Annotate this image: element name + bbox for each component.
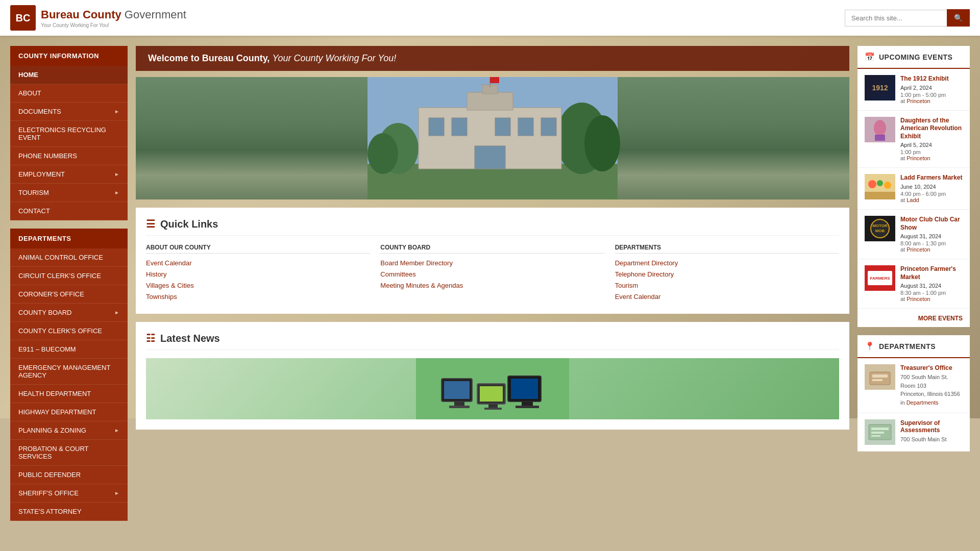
sidebar-item-coroner[interactable]: CORONER'S OFFICE bbox=[10, 285, 128, 304]
ql-col2-links: Board Member Directory Committees Meetin… bbox=[380, 259, 604, 289]
sidebar: COUNTY INFORMATION HOME ABOUT DOCUMENTS … bbox=[10, 46, 128, 521]
ql-link-history[interactable]: History bbox=[146, 270, 370, 278]
sidebar-item-county-board[interactable]: COUNTY BOARD ► bbox=[10, 304, 128, 322]
latest-news-icon: ☷ bbox=[146, 332, 155, 344]
departments-panel-header: 📍 DEPARTMENTS bbox=[857, 335, 970, 358]
svg-point-33 bbox=[874, 120, 886, 136]
dept-address-treasurer: 700 South Main St.Room 103Princeton, Ill… bbox=[900, 373, 963, 407]
event-thumb-farmers: FARMERS bbox=[865, 265, 895, 291]
ql-link-minutes[interactable]: Meeting Minutes & Agendas bbox=[380, 281, 604, 289]
event-time-motor: 8:00 am - 1:30 pm bbox=[900, 240, 963, 246]
search-input[interactable] bbox=[845, 10, 947, 27]
main-wrapper: COUNTY INFORMATION HOME ABOUT DOCUMENTS … bbox=[0, 36, 980, 531]
dept-info-treasurer: Treasurer's Office 700 South Main St.Roo… bbox=[900, 364, 963, 407]
ql-link-event-calendar[interactable]: Event Calendar bbox=[146, 259, 370, 267]
dept-name-treasurer[interactable]: Treasurer's Office bbox=[900, 364, 963, 371]
event-thumb-ladd bbox=[865, 174, 895, 199]
event-thumb-dar bbox=[865, 117, 895, 142]
event-thumb-motor: MOTORMOB bbox=[865, 216, 895, 241]
sidebar-item-county-clerk[interactable]: COUNTY CLERK'S OFFICE bbox=[10, 322, 128, 340]
pin-icon: 📍 bbox=[865, 341, 875, 351]
ql-link-event-calendar-dept[interactable]: Event Calendar bbox=[615, 292, 839, 300]
dept-nav: ANIMAL CONTROL OFFICE CIRCUIT CLERK'S OF… bbox=[10, 248, 128, 521]
event-name-ladd[interactable]: Ladd Farmers Market bbox=[900, 174, 963, 182]
event-name-farmers[interactable]: Princeton Farmer's Market bbox=[900, 265, 963, 281]
event-info-farmers: Princeton Farmer's Market August 31, 202… bbox=[900, 265, 963, 302]
ql-col-2: COUNTY BOARD Board Member Directory Comm… bbox=[380, 244, 604, 304]
sidebar-item-employment[interactable]: EMPLOYMENT ► bbox=[10, 165, 128, 184]
more-events-link[interactable]: MORE EVENTS bbox=[918, 315, 963, 322]
sidebar-item-tourism[interactable]: TOURISM ► bbox=[10, 184, 128, 202]
event-name-1912[interactable]: The 1912 Exhibit bbox=[900, 75, 963, 83]
sidebar-item-ema[interactable]: EMERGENCY MANAGEMENT AGENCY bbox=[10, 359, 128, 385]
dept-info-supervisor: Supervisor of Assessments 700 South Main… bbox=[900, 419, 963, 445]
dept-item-supervisor: Supervisor of Assessments 700 South Main… bbox=[857, 413, 970, 452]
ql-link-villages[interactable]: Villages & Cities bbox=[146, 281, 370, 289]
sidebar-item-probation[interactable]: PROBATION & COURT SERVICES bbox=[10, 440, 128, 466]
svg-rect-26 bbox=[488, 404, 498, 408]
svg-rect-13 bbox=[495, 118, 510, 136]
event-date-1912: April 2, 2024 bbox=[900, 85, 963, 91]
svg-point-36 bbox=[868, 180, 876, 188]
latest-news-title: ☷ Latest News bbox=[146, 332, 839, 350]
upcoming-events-body: 1912 The 1912 Exhibit April 2, 2024 1:00… bbox=[857, 69, 970, 327]
sidebar-item-contact[interactable]: CONTACT bbox=[10, 202, 128, 220]
sidebar-item-electronics[interactable]: ELECTRONICS RECYCLING EVENT bbox=[10, 121, 128, 147]
sidebar-item-public-defender[interactable]: PUBLIC DEFENDER bbox=[10, 466, 128, 484]
sidebar-item-states-attorney[interactable]: STATE'S ATTORNEY bbox=[10, 503, 128, 521]
quick-links-section: ☰ Quick Links ABOUT OUR COUNTY Event Cal… bbox=[136, 208, 849, 314]
sidebar-item-about[interactable]: ABOUT bbox=[10, 84, 128, 103]
svg-rect-25 bbox=[480, 386, 503, 402]
svg-rect-29 bbox=[511, 379, 538, 399]
event-date-motor: August 31, 2024 bbox=[900, 233, 963, 239]
svg-text:MOTOR: MOTOR bbox=[872, 223, 888, 228]
event-item-dar: Daughters of the American Revolution Exh… bbox=[857, 111, 970, 168]
logo-icon: BC bbox=[10, 5, 36, 31]
calendar-icon: 📅 bbox=[865, 52, 875, 62]
ql-link-townships[interactable]: Townships bbox=[146, 292, 370, 300]
svg-rect-53 bbox=[871, 428, 889, 430]
sidebar-item-circuit-clerk[interactable]: CIRCUIT CLERK'S OFFICE bbox=[10, 267, 128, 285]
ql-col3-title: DEPARTMENTS bbox=[615, 244, 839, 254]
sidebar-item-home[interactable]: HOME bbox=[10, 66, 128, 84]
event-name-motor[interactable]: Motor Club Club Car Show bbox=[900, 216, 963, 232]
sidebar-item-planning[interactable]: PLANNING & ZONING ► bbox=[10, 421, 128, 440]
dept-thumb-supervisor bbox=[865, 419, 895, 445]
event-location-1912: at Princeton bbox=[900, 98, 963, 104]
dept-name-supervisor[interactable]: Supervisor of Assessments bbox=[900, 419, 963, 434]
ql-col1-title: ABOUT OUR COUNTY bbox=[146, 244, 370, 254]
ql-col-3: DEPARTMENTS Department Directory Telepho… bbox=[615, 244, 839, 304]
sidebar-item-e911[interactable]: E911 – BUECOMM bbox=[10, 340, 128, 359]
sidebar-item-phone[interactable]: PHONE NUMBERS bbox=[10, 147, 128, 165]
dept-link-treasurer[interactable]: Departments bbox=[906, 399, 939, 406]
event-name-dar[interactable]: Daughters of the American Revolution Exh… bbox=[900, 117, 963, 141]
ql-link-board-members[interactable]: Board Member Directory bbox=[380, 259, 604, 267]
welcome-italic: Your County Working For You! bbox=[272, 53, 396, 63]
svg-rect-31 bbox=[516, 406, 539, 408]
search-button[interactable]: 🔍 bbox=[947, 9, 970, 27]
departments-title: DEPARTMENTS bbox=[10, 229, 128, 248]
ql-link-dept-directory[interactable]: Department Directory bbox=[615, 259, 839, 267]
sidebar-item-health[interactable]: HEALTH DEPARTMENT bbox=[10, 385, 128, 403]
svg-rect-48 bbox=[870, 372, 890, 385]
site-header: BC Bureau County Government Your County … bbox=[0, 0, 980, 36]
sidebar-item-documents[interactable]: DOCUMENTS ► bbox=[10, 103, 128, 121]
svg-rect-9 bbox=[467, 92, 513, 110]
logo-government: Government bbox=[125, 8, 186, 21]
svg-point-5 bbox=[584, 115, 620, 171]
dept-address-supervisor: 700 South Main St bbox=[900, 435, 963, 444]
sidebar-item-sheriff[interactable]: SHERIFF'S OFFICE ► bbox=[10, 484, 128, 503]
search-area: 🔍 bbox=[845, 9, 970, 27]
event-item-farmers: FARMERS Princeton Farmer's Market August… bbox=[857, 259, 970, 309]
event-item-ladd: Ladd Farmers Market June 10, 2024 4:00 p… bbox=[857, 168, 970, 210]
latest-news-section: ☷ Latest News bbox=[136, 322, 849, 430]
svg-rect-12 bbox=[452, 118, 467, 136]
svg-rect-14 bbox=[518, 118, 533, 136]
ql-link-telephone[interactable]: Telephone Directory bbox=[615, 270, 839, 278]
sidebar-item-highway[interactable]: HIGHWAY DEPARTMENT bbox=[10, 403, 128, 421]
sidebar-item-animal-control[interactable]: ANIMAL CONTROL OFFICE bbox=[10, 248, 128, 267]
svg-rect-11 bbox=[429, 118, 444, 136]
event-time-1912: 1:00 pm - 5:00 pm bbox=[900, 92, 963, 98]
ql-link-tourism[interactable]: Tourism bbox=[615, 281, 839, 289]
ql-link-committees[interactable]: Committees bbox=[380, 270, 604, 278]
